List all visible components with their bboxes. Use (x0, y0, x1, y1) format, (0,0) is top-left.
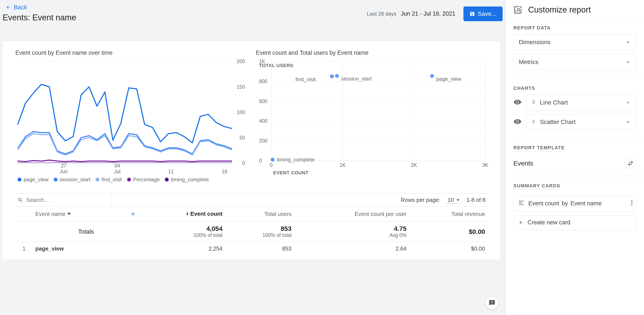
chevron-right-icon (626, 59, 631, 65)
back-label: Back (14, 4, 27, 11)
customize-panel: Customize report REPORT DATA Dimensions … (506, 0, 644, 315)
feedback-icon (488, 300, 496, 306)
report-template-label: REPORT TEMPLATE (514, 145, 565, 151)
add-column-button[interactable] (129, 210, 137, 218)
summary-card[interactable]: Event count by Event name (514, 195, 636, 212)
customize-icon (514, 6, 522, 14)
toggle-scatter-chart-visibility[interactable] (514, 117, 522, 127)
scatter-chart-panel: Event count and Total users by Event nam… (256, 49, 488, 185)
scatter-chart-title: Event count and Total users by Event nam… (256, 49, 488, 56)
customize-title: Customize report (528, 5, 591, 14)
summary-card-menu[interactable] (631, 200, 633, 207)
column-count-per-user[interactable]: Event count per user (294, 207, 409, 222)
events-table: Event name (15, 207, 488, 256)
column-event-count[interactable]: Event count (185, 211, 222, 217)
svg-point-9 (533, 121, 534, 122)
summary-card-icon (518, 200, 524, 208)
date-range-picker[interactable]: Last 28 days Jun 21 - Jul 18, 2021 (365, 10, 456, 18)
column-event-name[interactable]: Event name (35, 211, 71, 217)
svg-point-1 (533, 101, 534, 101)
drag-handle-icon (531, 119, 536, 125)
rows-per-page-select[interactable]: 10 (446, 196, 460, 204)
line-chart-panel: Event count by Event name over time 0501… (15, 49, 247, 185)
report-card: Event count by Event name over time 0501… (2, 41, 501, 260)
charts-label: CHARTS (514, 85, 636, 91)
chevron-right-icon (626, 100, 631, 105)
feedback-button[interactable] (486, 297, 498, 309)
table-row[interactable]: 1 page_view 2,254 853 2.64 $0.00 (15, 242, 488, 256)
line-chart-legend: page_viewsession_startfirst_visitPercent… (18, 177, 209, 183)
svg-point-4 (534, 102, 535, 103)
svg-point-12 (534, 122, 535, 123)
swap-icon (627, 160, 634, 167)
rows-per-page-label: Rows per page: (401, 197, 440, 203)
metrics-button[interactable]: Metrics (514, 54, 636, 70)
report-data-label: REPORT DATA (514, 25, 636, 31)
chevron-right-icon (626, 39, 631, 45)
back-link[interactable]: Back (2, 4, 27, 11)
summary-cards-label: SUMMARY CARDS (514, 183, 560, 189)
eye-icon (514, 117, 522, 126)
page-header: Back Events: Event name Last 28 days Jun… (0, 0, 505, 28)
svg-point-2 (534, 101, 535, 101)
arrow-left-icon (6, 5, 10, 10)
date-range-value: Jun 21 - Jul 18, 2021 (401, 10, 456, 17)
line-chart: 05010015020027Jun04Jul1118 page_viewsess… (15, 61, 247, 185)
svg-point-3 (533, 102, 534, 103)
chevron-right-icon (626, 119, 631, 125)
table-toolbar: Rows per page: 10 1-8 of 8 (15, 193, 488, 207)
date-range-label: Last 28 days (365, 10, 398, 18)
svg-point-15 (631, 204, 632, 205)
swap-template-button[interactable] (625, 158, 636, 169)
line-chart-title: Event count by Event name over time (15, 49, 247, 56)
column-total-users[interactable]: Total users (225, 207, 294, 222)
page-status: 1-8 of 8 (466, 197, 486, 203)
plus-icon (130, 211, 136, 217)
column-total-revenue[interactable]: Total revenue (409, 207, 488, 222)
line-chart-config[interactable]: Line Chart (526, 94, 636, 111)
scatter-xlabel: EVENT COUNT (273, 170, 308, 176)
divider (459, 8, 460, 19)
scatter-chart: TOTAL USERS 02004006008001K01K2K3Ktiming… (256, 61, 488, 185)
eye-icon (514, 98, 522, 106)
plus-icon (518, 220, 524, 225)
search-icon (18, 197, 23, 203)
dimensions-button[interactable]: Dimensions (514, 34, 636, 50)
svg-point-10 (534, 121, 535, 122)
caret-down-icon (67, 212, 71, 216)
svg-point-8 (534, 120, 535, 121)
svg-point-14 (631, 202, 632, 203)
svg-point-6 (534, 103, 535, 104)
save-button[interactable]: Save... (464, 6, 502, 21)
more-vert-icon (631, 200, 633, 206)
table-totals-row: Totals 4,054 100% of total 853 100% of t… (15, 222, 488, 242)
toggle-line-chart-visibility[interactable] (514, 98, 522, 107)
save-icon (470, 11, 475, 17)
summary-card-text: Event count by Event name (528, 200, 602, 207)
svg-point-5 (533, 103, 534, 104)
svg-point-13 (631, 200, 632, 201)
svg-point-11 (533, 122, 534, 123)
arrow-down-icon (185, 212, 190, 216)
search-input[interactable] (26, 197, 109, 203)
drag-handle-icon (531, 99, 536, 106)
scatter-chart-config[interactable]: Scatter Chart (526, 114, 636, 130)
create-new-card-button[interactable]: Create new card (514, 215, 636, 230)
template-name: Events (514, 160, 533, 167)
svg-point-7 (533, 120, 534, 121)
